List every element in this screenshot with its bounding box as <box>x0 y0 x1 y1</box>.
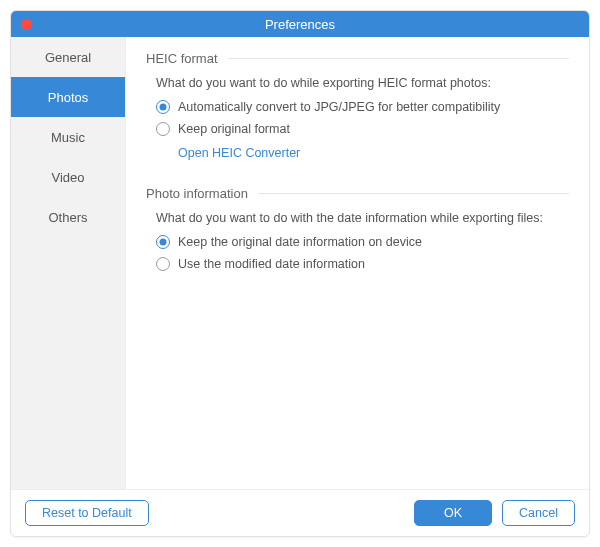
sidebar-item-music[interactable]: Music <box>11 117 125 157</box>
footer: Reset to Default OK Cancel <box>11 489 589 536</box>
heic-radio-convert[interactable]: Automatically convert to JPG/JPEG for be… <box>156 100 569 114</box>
sidebar-item-others[interactable]: Others <box>11 197 125 237</box>
radio-label: Keep original format <box>178 122 290 136</box>
heic-section-body: What do you want to do while exporting H… <box>146 76 569 160</box>
photoinfo-radio-original[interactable]: Keep the original date information on de… <box>156 235 569 249</box>
radio-label: Keep the original date information on de… <box>178 235 422 249</box>
reset-button[interactable]: Reset to Default <box>25 500 149 526</box>
radio-icon <box>156 235 170 249</box>
sidebar-item-label: Others <box>48 210 87 225</box>
radio-label: Automatically convert to JPG/JPEG for be… <box>178 100 500 114</box>
section-title-text: Photo information <box>146 186 248 201</box>
cancel-button[interactable]: Cancel <box>502 500 575 526</box>
close-icon[interactable] <box>21 19 32 30</box>
photoinfo-section-body: What do you want to do with the date inf… <box>146 211 569 271</box>
window-title: Preferences <box>11 17 589 32</box>
titlebar: Preferences <box>11 11 589 37</box>
section-title-text: HEIC format <box>146 51 218 66</box>
button-label: Reset to Default <box>42 506 132 520</box>
sidebar-item-label: General <box>45 50 91 65</box>
divider <box>258 193 569 194</box>
sidebar: General Photos Music Video Others <box>11 37 126 489</box>
sidebar-item-label: Music <box>51 130 85 145</box>
heic-radio-keep[interactable]: Keep original format <box>156 122 569 136</box>
divider <box>228 58 569 59</box>
window-body: General Photos Music Video Others HEIC f… <box>11 37 589 489</box>
button-label: OK <box>444 506 462 520</box>
radio-icon <box>156 257 170 271</box>
content-pane: HEIC format What do you want to do while… <box>126 37 589 489</box>
photoinfo-desc: What do you want to do with the date inf… <box>156 211 569 225</box>
sidebar-item-video[interactable]: Video <box>11 157 125 197</box>
radio-icon <box>156 122 170 136</box>
ok-button[interactable]: OK <box>414 500 492 526</box>
photoinfo-section-title: Photo information <box>146 186 569 201</box>
sidebar-item-general[interactable]: General <box>11 37 125 77</box>
sidebar-item-photos[interactable]: Photos <box>11 77 125 117</box>
sidebar-item-label: Video <box>51 170 84 185</box>
photoinfo-radio-modified[interactable]: Use the modified date information <box>156 257 569 271</box>
sidebar-item-label: Photos <box>48 90 88 105</box>
heic-desc: What do you want to do while exporting H… <box>156 76 569 90</box>
radio-icon <box>156 100 170 114</box>
preferences-window: Preferences General Photos Music Video O… <box>10 10 590 537</box>
button-label: Cancel <box>519 506 558 520</box>
heic-section-title: HEIC format <box>146 51 569 66</box>
open-heic-converter-link[interactable]: Open HEIC Converter <box>178 146 300 160</box>
radio-label: Use the modified date information <box>178 257 365 271</box>
